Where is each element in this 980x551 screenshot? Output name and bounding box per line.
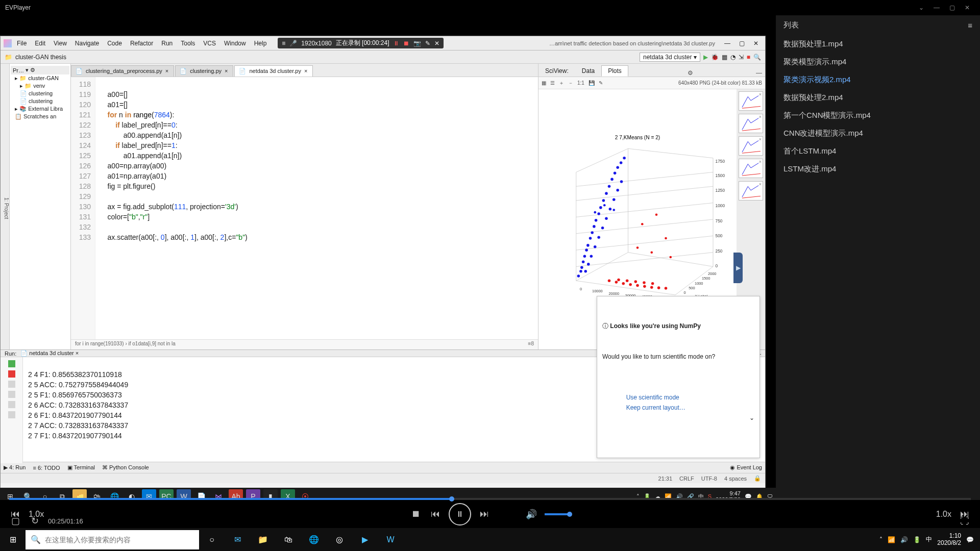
chrome-icon[interactable]: 🌐 — [301, 528, 327, 551]
menu-run[interactable]: Run — [158, 40, 176, 47]
ime-icon[interactable]: 中 — [926, 535, 932, 544]
tab-close-icon[interactable]: × — [225, 68, 228, 74]
volume-slider[interactable] — [545, 513, 570, 515]
tab-close-icon[interactable]: × — [165, 68, 168, 74]
menu-tools[interactable]: Tools — [178, 40, 198, 47]
tree-node[interactable]: 📋 Scratches an — [11, 113, 69, 120]
playlist-menu-icon[interactable]: ≡ — [968, 21, 972, 30]
tab-close-icon[interactable]: × — [304, 68, 307, 74]
keep-layout-link[interactable]: Keep current layout… — [626, 404, 685, 411]
thumb-close-icon[interactable]: × — [759, 159, 762, 164]
thumb-close-icon[interactable]: × — [759, 92, 762, 97]
ide-minimize-icon[interactable]: ― — [721, 40, 733, 47]
zoom-in-icon[interactable]: ＋ — [559, 80, 564, 87]
gear-icon[interactable]: ⚙ — [30, 67, 35, 73]
menu-file[interactable]: File — [14, 40, 30, 47]
up-icon[interactable] — [8, 391, 15, 398]
next-icon[interactable]: ⏭ — [478, 508, 491, 520]
volume-icon[interactable]: 🔊 — [900, 536, 908, 543]
tab-terminal[interactable]: ▣ Terminal — [67, 464, 95, 471]
run-tab[interactable]: 📄 netdata 3d cluster × — [20, 350, 79, 357]
line-separator[interactable]: CRLF — [679, 475, 694, 482]
thumb-close-icon[interactable]: × — [759, 114, 762, 119]
grid-icon[interactable]: ▦ — [542, 80, 546, 86]
left-stripe[interactable]: 1: Project — [1, 64, 10, 349]
stop-icon[interactable] — [8, 370, 15, 378]
menu-vcs[interactable]: VCS — [200, 40, 219, 47]
caret-position[interactable]: 21:31 — [658, 475, 673, 482]
wps-icon[interactable]: W — [378, 528, 403, 551]
profile-icon[interactable]: ◔ — [730, 54, 736, 61]
sciview-tab-plots[interactable]: Plots — [601, 65, 628, 77]
attach-icon[interactable]: ⇲ — [739, 54, 744, 61]
tree-node[interactable]: 📄 clustering — [11, 97, 69, 105]
wifi-icon[interactable]: 📶 — [888, 536, 895, 543]
clock[interactable]: 1:102020/8/2 — [937, 533, 961, 546]
menu-view[interactable]: View — [51, 40, 70, 47]
camera-icon[interactable]: 📷 — [413, 40, 421, 47]
plot-thumbnail[interactable]: × — [739, 114, 763, 133]
window-icon[interactable]: ▢ — [9, 515, 21, 527]
fullscreen-icon[interactable]: ⛶ — [959, 515, 971, 527]
ide-close-icon[interactable]: ✕ — [750, 40, 762, 47]
loop-icon[interactable]: ↻ — [29, 515, 41, 527]
tab-todo[interactable]: ≡ 6: TODO — [33, 465, 60, 471]
hamburger-icon[interactable]: ≡ — [282, 40, 285, 47]
mail-icon[interactable]: ✉ — [225, 528, 250, 551]
save-icon[interactable]: 💾 — [589, 80, 595, 86]
panel-expand-handle[interactable]: ▶ — [733, 253, 743, 283]
close-icon[interactable]: ✕ — [960, 3, 975, 13]
trash-icon[interactable] — [8, 411, 15, 418]
stop-record-icon[interactable]: ⏹ — [403, 40, 409, 47]
search-input[interactable] — [45, 536, 194, 544]
tray-expand-icon[interactable]: ˄ — [879, 536, 883, 543]
pause-record-icon[interactable]: ⏸ — [393, 40, 399, 47]
playlist-item[interactable]: 聚类演示视频2.mp4 — [776, 71, 980, 89]
editor-tab[interactable]: 📄 clustering_data_preprocess.py × — [71, 65, 174, 77]
plot-thumbnail[interactable]: × — [739, 159, 763, 178]
overlay-close-icon[interactable]: ✕ — [434, 40, 439, 47]
progress-track[interactable] — [9, 498, 971, 500]
run-config-selector[interactable]: netdata 3d cluster ▾ — [640, 53, 700, 62]
menu-code[interactable]: Code — [104, 40, 125, 47]
indent-setting[interactable]: 4 spaces — [724, 475, 747, 482]
project-breadcrumb[interactable]: cluster-GAN thesis — [15, 54, 66, 61]
menu-window[interactable]: Window — [221, 40, 249, 47]
play-pause-button[interactable]: ⏸ — [449, 503, 471, 525]
tab-python-console[interactable]: ⌘ Python Console — [102, 464, 149, 471]
export-icon[interactable] — [8, 401, 15, 408]
ide-maximize-icon[interactable]: ▢ — [736, 40, 748, 47]
toggle-icon[interactable] — [8, 381, 15, 388]
rerun-icon[interactable] — [8, 360, 15, 367]
search-icon[interactable]: 🔍 — [753, 54, 761, 61]
store-icon[interactable]: 🛍 — [276, 528, 301, 551]
zoom-out-icon[interactable]: － — [568, 80, 573, 87]
stop-icon[interactable]: ⏹ — [410, 508, 422, 520]
file-encoding[interactable]: UTF-8 — [701, 475, 717, 482]
playlist-item[interactable]: 数据预处理2.mp4 — [776, 89, 980, 107]
list-icon[interactable]: ☰ — [550, 80, 555, 86]
run-icon[interactable]: ▶ — [703, 54, 708, 61]
thumb-close-icon[interactable]: × — [759, 182, 762, 187]
obs-icon[interactable]: ◎ — [327, 528, 352, 551]
battery-icon[interactable]: 🔋 — [913, 536, 921, 543]
project-tree[interactable]: Pr…▾⚙ ▸ 📁 cluster-GAN ▸ 📁 venv 📄 cluster… — [10, 64, 71, 349]
playlist-item[interactable]: CNN改进模型演示.mp4 — [776, 124, 980, 142]
plot-thumbnail[interactable]: × — [739, 91, 763, 111]
playlist-item[interactable]: 首个LSTM.mp4 — [776, 142, 980, 160]
prev-icon[interactable]: ⏮ — [429, 508, 442, 520]
menu-refactor[interactable]: Refactor — [127, 40, 156, 47]
pencil-icon[interactable]: ✎ — [599, 80, 603, 86]
chevron-down-icon[interactable]: ⌄ — [914, 3, 929, 13]
mic-icon[interactable]: 🎤 — [289, 40, 297, 47]
zoom-fit-icon[interactable]: 1:1 — [577, 80, 584, 86]
debug-icon[interactable]: 🐞 — [711, 54, 719, 61]
explorer-icon[interactable]: 📁 — [250, 528, 276, 551]
plot-thumbnail[interactable]: × — [739, 181, 763, 201]
editor-tab[interactable]: 📄 clustering.py × — [175, 65, 233, 77]
use-scientific-link[interactable]: Use scientific mode — [626, 394, 679, 401]
minimize-icon[interactable]: ― — [929, 3, 944, 13]
tab-run[interactable]: ▶ 4: Run — [4, 464, 26, 471]
coverage-icon[interactable]: ▦ — [722, 54, 727, 61]
hide-icon[interactable]: ― — [753, 69, 765, 77]
